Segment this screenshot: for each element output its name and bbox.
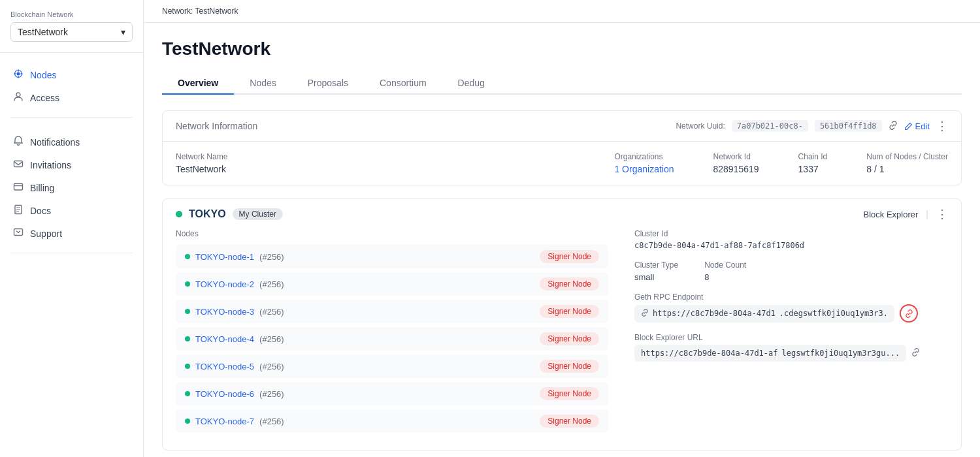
tab-proposals[interactable]: Proposals [292,72,364,95]
sidebar-item-notifications[interactable]: Notifications [0,131,143,153]
node-name[interactable]: TOKYO-node-7 [195,417,254,426]
network-selector-value: TestNetwork [18,27,68,37]
stat-network-id: Network Id 828915619 [713,152,759,174]
node-name[interactable]: TOKYO-node-2 [195,279,254,289]
breadcrumb: Network: TestNetwork [144,0,980,23]
sidebar-item-billing[interactable]: Billing [0,176,143,199]
nodes-list: TOKYO-node-1 (#256) Signer Node TOKYO-no… [176,245,608,433]
node-name[interactable]: TOKYO-node-3 [195,307,254,317]
cluster-id-label: Cluster Id [634,229,948,238]
node-status-dot [185,336,190,341]
network-selector[interactable]: TestNetwork ▾ [10,22,133,42]
node-row: TOKYO-node-1 (#256) Signer Node [176,245,608,268]
signer-node-badge: Signer Node [540,387,599,400]
cluster-name: TOKYO [189,208,226,220]
signer-node-badge: Signer Node [540,305,599,318]
sidebar-item-invitations-label: Invitations [30,160,71,170]
tab-nodes[interactable]: Nodes [234,72,291,95]
block-explorer-button[interactable]: Block Explorer [864,210,919,219]
chevron-down-icon: ▾ [121,27,125,37]
node-name[interactable]: TOKYO-node-5 [195,362,254,371]
svg-rect-6 [14,229,23,236]
node-row: TOKYO-node-6 (#256) Signer Node [176,382,608,405]
nodes-section-label: Nodes [176,229,608,238]
sidebar-top-nav: Nodes Access [0,63,143,109]
network-info-grid: Network Name TestNetwork Organizations 1… [176,152,948,174]
geth-rpc-suffix: .cdegswtfk0ji0uq1ym3r3. [779,309,888,318]
stat-nodes-cluster: Num of Nodes / Cluster 8 / 1 [866,152,948,174]
my-cluster-badge: My Cluster [233,208,283,220]
cluster-title-section: TOKYO My Cluster [176,208,283,220]
sidebar-brand: Blockchain Network TestNetwork ▾ [0,10,143,53]
edit-button[interactable]: Edit [904,121,930,131]
sidebar-item-docs-label: Docs [30,206,51,216]
organizations-value[interactable]: 1 Organization [614,164,674,174]
signer-node-badge: Signer Node [540,250,599,263]
node-name[interactable]: TOKYO-node-6 [195,389,254,399]
uuid-prefix-label: Network Uuid: [676,121,725,131]
block-explorer-url-suffix: legswtfk0ji0uq1ym3r3gu... [782,349,900,358]
node-left: TOKYO-node-3 (#256) [185,307,284,317]
blockchain-network-label: Blockchain Network [10,10,133,18]
node-left: TOKYO-node-2 (#256) [185,279,284,289]
node-status-dot [185,309,190,314]
node-num: (#256) [259,279,284,289]
link-small-icon [641,309,649,319]
sidebar-item-nodes[interactable]: Nodes [0,63,143,86]
tab-consortium[interactable]: Consortium [364,72,442,95]
block-explorer-url-row: Block Explorer URL https://c8c7b9de-804a… [634,333,948,362]
cluster-body: Nodes TOKYO-node-1 (#256) Signer Node TO… [163,229,961,450]
nodes-icon [13,69,24,81]
svg-rect-3 [14,161,23,167]
node-num: (#256) [259,252,284,262]
node-name[interactable]: TOKYO-node-4 [195,334,254,344]
network-info-card: Network Information Network Uuid: 7a07b0… [162,110,962,185]
organizations-label: Organizations [614,152,674,161]
sidebar-item-support[interactable]: Support [0,222,143,245]
cluster-more-options-button[interactable]: ⋮ [936,208,948,220]
geth-rpc-value: https://c8c7b9de-804a-47d1 [653,309,776,318]
nodes-cluster-label: Num of Nodes / Cluster [866,152,948,161]
nodes-cluster-value: 8 / 1 [866,164,948,174]
sidebar-item-billing-label: Billing [30,183,54,193]
tab-debug[interactable]: Dedug [442,72,500,95]
block-explorer-url-box: https://c8c7b9de-804a-47d1-af legswtfk0j… [634,345,906,362]
sidebar-divider [10,117,133,118]
node-name[interactable]: TOKYO-node-1 [195,252,254,262]
svg-rect-4 [14,183,23,190]
network-info-header: Network Information Network Uuid: 7a07b0… [163,111,961,142]
node-count-value: 8 [704,272,746,282]
mail-icon [13,159,24,171]
node-status-dot [185,418,190,424]
geth-rpc-wrapper: https://c8c7b9de-804a-47d1 .cdegswtfk0ji… [634,304,948,323]
access-icon [13,91,24,104]
sidebar-item-access-label: Access [30,93,59,103]
more-options-button[interactable]: ⋮ [936,120,948,132]
geth-rpc-copy-button[interactable] [900,304,918,323]
network-info-title: Network Information [176,121,257,131]
link-icon [889,121,898,132]
sidebar-item-access[interactable]: Access [0,86,143,109]
chain-id-label: Chain Id [798,152,828,161]
node-num: (#256) [259,389,284,399]
sidebar-item-docs[interactable]: Docs [0,199,143,222]
node-num: (#256) [259,334,284,344]
node-row: TOKYO-node-7 (#256) Signer Node [176,409,608,433]
signer-node-badge: Signer Node [540,360,599,373]
tab-overview[interactable]: Overview [162,72,234,95]
stat-organizations: Organizations 1 Organization [614,152,674,174]
sidebar-item-invitations[interactable]: Invitations [0,153,143,176]
main-content: Network: TestNetwork TestNetwork Overvie… [144,0,980,457]
node-count-item: Node Count 8 [704,260,746,282]
tabs: Overview Nodes Proposals Consortium Dedu… [162,72,962,95]
billing-icon [13,181,24,194]
sidebar: Blockchain Network TestNetwork ▾ Nodes A… [0,0,144,457]
block-explorer-url-copy-button[interactable] [911,348,920,358]
block-explorer-url-value: https://c8c7b9de-804a-47d1-af [641,349,778,358]
network-info-header-right: Network Uuid: 7a07b021-00c8- 561b0f4ff1d… [676,120,948,132]
network-name-label: Network Name [176,152,575,161]
node-left: TOKYO-node-7 (#256) [185,417,284,426]
node-num: (#256) [259,417,284,426]
cluster-id-value: c8c7b9de-804a-47d1-af88-7afc8f17806d [634,241,948,250]
sidebar-bottom-divider [10,253,133,253]
